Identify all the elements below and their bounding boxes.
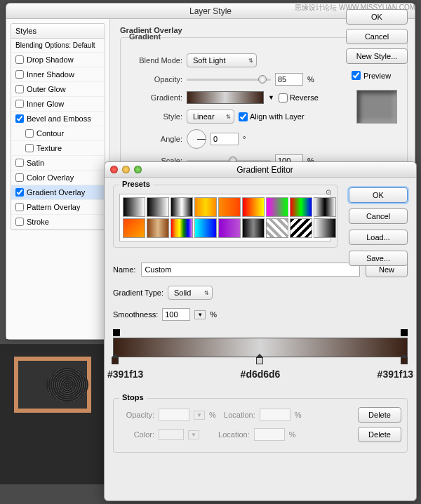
preset-swatch[interactable]	[314, 218, 336, 238]
new-style-button[interactable]: New Style...	[346, 48, 408, 64]
sidebar-item[interactable]: Contour	[11, 126, 105, 141]
save-button[interactable]: Save...	[349, 251, 408, 266]
opacity-slider[interactable]	[187, 74, 271, 84]
color-stop[interactable]	[401, 357, 409, 367]
sidebar-item[interactable]: Bevel and Emboss	[11, 112, 105, 126]
sidebar-item[interactable]: Satin	[11, 156, 105, 171]
style-checkbox[interactable]	[15, 55, 24, 64]
opacity-input[interactable]	[275, 73, 303, 86]
stop-color-well[interactable]	[159, 429, 184, 440]
sidebar-item[interactable]: Texture	[11, 141, 105, 156]
sidebar-item-label: Satin	[27, 159, 44, 167]
color-stop[interactable]	[112, 357, 120, 367]
gradient-type-select[interactable]: Solid⇅	[168, 286, 213, 300]
preset-swatch[interactable]	[147, 197, 169, 217]
stop-color-dropdown-icon[interactable]: ▼	[188, 430, 199, 439]
style-checkbox[interactable]	[15, 218, 24, 226]
style-checkbox[interactable]	[15, 70, 24, 79]
presets-grid	[119, 194, 331, 241]
preset-swatch[interactable]	[218, 218, 241, 238]
percent-label: %	[209, 411, 216, 419]
angle-input[interactable]	[210, 133, 239, 145]
sidebar-item[interactable]: Stroke	[11, 215, 105, 230]
style-checkbox[interactable]	[15, 203, 24, 211]
preset-swatch[interactable]	[290, 218, 312, 238]
percent-label: %	[307, 75, 314, 84]
opacity-stop[interactable]	[113, 329, 120, 336]
stop-location-input[interactable]	[254, 428, 285, 441]
style-checkbox[interactable]	[15, 188, 24, 197]
style-checkbox[interactable]	[15, 173, 24, 182]
styles-header[interactable]: Styles	[11, 23, 105, 39]
angle-dial[interactable]	[187, 129, 206, 149]
gradient-editor-title: Gradient Editor	[114, 165, 416, 175]
delete-button[interactable]: Delete	[358, 407, 401, 423]
style-checkbox[interactable]	[25, 144, 34, 152]
preset-swatch[interactable]	[242, 218, 265, 238]
hex-annotation: #391f13	[377, 369, 413, 380]
stop-opacity-dropdown-icon[interactable]: ▼	[194, 411, 205, 420]
presets-menu-icon[interactable]: ⊙	[326, 188, 331, 196]
smoothness-dropdown-icon[interactable]: ▼	[194, 310, 206, 319]
sidebar-item[interactable]: Color Overlay	[11, 171, 105, 185]
percent-label: %	[295, 411, 302, 419]
preset-swatch[interactable]	[242, 197, 265, 217]
delete-button[interactable]: Delete	[358, 427, 401, 442]
preset-swatch[interactable]	[123, 218, 145, 238]
preset-swatch[interactable]	[266, 197, 288, 217]
styles-sidebar: Styles Blending Options: DefaultDrop Sha…	[6, 19, 110, 339]
gradient-type-label: Gradient Type:	[113, 289, 163, 297]
style-select[interactable]: Linear⇅	[187, 110, 234, 124]
blend-mode-select[interactable]: Soft Light⇅	[187, 53, 257, 67]
blending-options-item[interactable]: Blending Options: Default	[11, 39, 105, 53]
sidebar-item[interactable]: Inner Glow	[11, 97, 105, 112]
sidebar-item-label: Inner Glow	[27, 100, 64, 108]
preset-swatch[interactable]	[171, 197, 193, 217]
preset-swatch[interactable]	[123, 197, 145, 217]
color-stop[interactable]	[256, 357, 265, 367]
preview-checkbox[interactable]: Preview	[346, 71, 408, 80]
opacity-stop[interactable]	[401, 329, 408, 336]
chevron-updown-icon: ⇅	[248, 58, 253, 64]
preset-swatch[interactable]	[314, 197, 336, 217]
preset-swatch[interactable]	[290, 197, 312, 217]
sidebar-item[interactable]: Outer Glow	[11, 82, 105, 97]
angle-label: Angle:	[131, 135, 182, 143]
background-image	[0, 344, 105, 484]
cancel-button[interactable]: Cancel	[346, 29, 408, 44]
style-checkbox[interactable]	[15, 100, 24, 108]
sidebar-item[interactable]: Drop Shadow	[11, 53, 105, 67]
load-button[interactable]: Load...	[349, 230, 408, 245]
stop-location-label: Location:	[215, 430, 250, 439]
gradient-dropdown-icon[interactable]: ▼	[268, 94, 274, 101]
style-checkbox[interactable]	[25, 129, 34, 138]
preset-swatch[interactable]	[194, 197, 217, 217]
preset-swatch[interactable]	[266, 218, 288, 238]
style-checkbox[interactable]	[15, 85, 24, 93]
stops-label: Stops	[119, 393, 147, 402]
sidebar-item[interactable]: Pattern Overlay	[11, 200, 105, 215]
presets-label: Presets	[119, 180, 153, 188]
sidebar-item[interactable]: Gradient Overlay	[11, 185, 105, 200]
gradient-picker[interactable]	[187, 91, 264, 104]
preset-swatch[interactable]	[147, 218, 169, 238]
preset-swatch[interactable]	[171, 218, 193, 238]
blend-mode-label: Blend Mode:	[131, 56, 182, 65]
smoothness-input[interactable]	[162, 308, 190, 321]
stop-opacity-input[interactable]	[159, 409, 189, 421]
style-checkbox[interactable]	[15, 159, 24, 167]
name-input[interactable]	[141, 263, 360, 277]
cancel-button[interactable]: Cancel	[349, 208, 408, 224]
hex-annotation: #d6d6d6	[241, 369, 281, 380]
align-with-layer-checkbox[interactable]: Align with Layer	[239, 112, 305, 121]
smoothness-label: Smoothness:	[113, 310, 158, 319]
chevron-updown-icon: ⇅	[204, 290, 209, 296]
preset-swatch[interactable]	[194, 218, 217, 238]
stop-opacity-label: Opacity:	[119, 411, 154, 419]
reverse-checkbox[interactable]: Reverse	[279, 93, 319, 102]
style-checkbox[interactable]	[15, 114, 24, 123]
stop-location-input[interactable]	[260, 409, 290, 421]
ok-button[interactable]: OK	[349, 187, 408, 203]
preset-swatch[interactable]	[218, 197, 241, 217]
sidebar-item[interactable]: Inner Shadow	[11, 67, 105, 82]
